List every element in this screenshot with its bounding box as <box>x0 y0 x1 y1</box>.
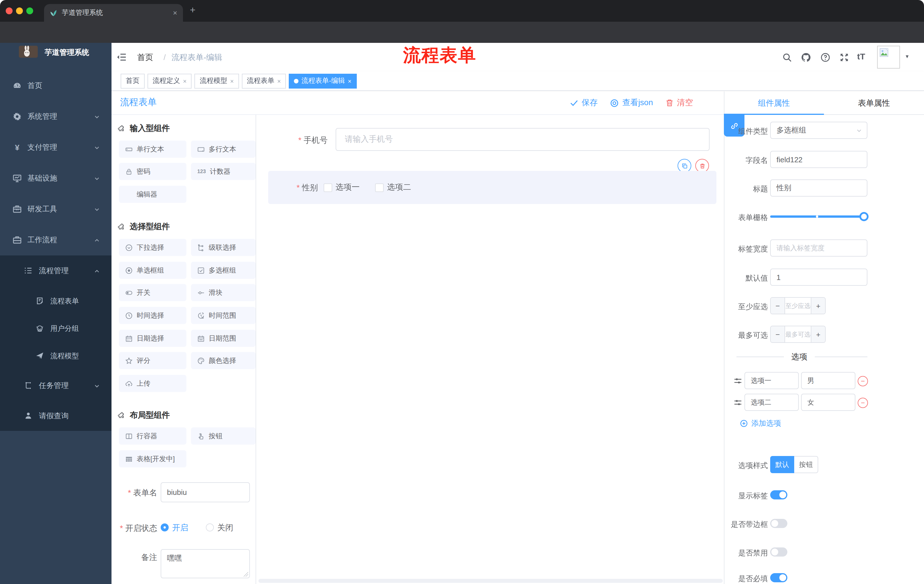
border-switch[interactable] <box>770 519 787 528</box>
component-single-text[interactable]: 单行文本 <box>119 141 186 158</box>
status-on-radio[interactable] <box>161 523 169 531</box>
grid-slider-track[interactable] <box>770 216 868 218</box>
tab-component-props[interactable]: 组件属性 <box>724 91 824 115</box>
breadcrumb-home[interactable]: 首页 <box>137 53 153 63</box>
sidebar-item-task-mgmt[interactable]: 任务管理 <box>0 370 112 401</box>
component-date-picker[interactable]: 日期选择 <box>119 330 186 347</box>
show-label-switch[interactable] <box>770 490 787 499</box>
sidebar-item-system[interactable]: 系统管理 <box>0 101 112 132</box>
github-icon[interactable] <box>801 53 811 62</box>
form-name-input[interactable]: biubiu <box>161 482 250 502</box>
horizontal-scrollbar[interactable] <box>259 579 723 583</box>
browser-tab[interactable]: 芋道管理系统 × <box>44 4 183 22</box>
minus-button[interactable]: − <box>771 298 785 314</box>
field-name-input[interactable]: field122 <box>770 151 867 168</box>
tag-close-icon[interactable]: × <box>348 77 351 84</box>
minus-button[interactable]: − <box>771 326 785 342</box>
sidebar-item-process-model[interactable]: 流程模型 <box>0 342 112 370</box>
component-button[interactable]: 按钮 <box>191 428 256 444</box>
fullscreen-icon[interactable] <box>839 53 849 62</box>
view-json-button[interactable]: 查看json <box>610 98 653 108</box>
tab-form-props[interactable]: 表单属性 <box>824 91 924 115</box>
component-radio-group[interactable]: 单选框组 <box>119 262 186 279</box>
component-color-picker[interactable]: 颜色选择 <box>191 352 256 369</box>
tag-process-model[interactable]: 流程模型× <box>195 73 239 88</box>
gender-option2-label[interactable]: 选项二 <box>387 182 411 192</box>
help-icon[interactable] <box>820 53 830 62</box>
traffic-minimize-button[interactable] <box>16 7 23 14</box>
max-placeholder[interactable]: 最多可选 <box>785 326 811 342</box>
component-time-range[interactable]: 时间范围 <box>191 307 256 324</box>
sidebar-item-home[interactable]: 首页 <box>0 70 112 101</box>
tag-close-icon[interactable]: × <box>230 77 234 84</box>
disabled-switch[interactable] <box>770 548 787 556</box>
sidebar-item-user-group[interactable]: 用户分组 <box>0 315 112 342</box>
sidebar-item-workflow[interactable]: 工作流程 <box>0 225 112 255</box>
title-input[interactable]: 性别 <box>770 179 867 197</box>
remove-option2-button[interactable]: − <box>858 398 868 408</box>
component-date-range[interactable]: 日期范围 <box>191 330 256 347</box>
component-switch[interactable]: 开关 <box>119 284 186 301</box>
component-time-picker[interactable]: 时间选择 <box>119 307 186 324</box>
tab-close-icon[interactable]: × <box>173 8 177 17</box>
label-width-input[interactable]: 请输入标签宽度 <box>770 239 867 257</box>
save-button[interactable]: 保存 <box>570 98 598 108</box>
sidebar-item-process-form[interactable]: 流程表单 <box>0 288 112 315</box>
style-button-button[interactable]: 按钮 <box>794 456 818 473</box>
new-tab-button[interactable]: + <box>190 5 196 16</box>
drag-option-icon[interactable] <box>734 377 742 385</box>
search-icon[interactable] <box>782 53 792 62</box>
status-on-label[interactable]: 开启 <box>172 523 188 533</box>
tag-process-definition[interactable]: 流程定义× <box>147 73 192 88</box>
avatar-caret-icon[interactable]: ▾ <box>906 53 909 59</box>
option2-value-input[interactable]: 女 <box>801 394 855 411</box>
component-password[interactable]: 密码 <box>119 163 186 180</box>
component-row-container[interactable]: 行容器 <box>119 428 186 444</box>
tag-process-form[interactable]: 流程表单× <box>242 73 286 88</box>
tag-close-icon[interactable]: × <box>183 77 187 84</box>
grid-slider-handle[interactable] <box>860 212 868 221</box>
component-upload[interactable]: 上传 <box>119 375 186 392</box>
delete-component-button[interactable] <box>695 159 709 173</box>
sidebar-item-process-mgmt[interactable]: 流程管理 <box>0 255 112 286</box>
component-multi-text[interactable]: 多行文本 <box>191 141 256 158</box>
remark-textarea[interactable]: 嘿嘿 <box>161 549 250 578</box>
tag-process-form-edit[interactable]: 流程表单-编辑× <box>289 73 357 88</box>
phone-input[interactable]: 请输入手机号 <box>336 128 710 151</box>
option1-label-input[interactable]: 选项一 <box>744 372 799 389</box>
avatar[interactable] <box>877 46 900 69</box>
component-cascader[interactable]: 级联选择 <box>191 239 256 256</box>
component-select[interactable]: 下拉选择 <box>119 239 186 256</box>
tag-close-icon[interactable]: × <box>277 77 281 84</box>
add-option-button[interactable]: 添加选项 <box>740 418 781 429</box>
plus-button[interactable]: + <box>811 326 825 342</box>
required-switch[interactable] <box>770 573 787 582</box>
component-checkbox-group[interactable]: 多选框组 <box>191 262 256 279</box>
option1-value-input[interactable]: 男 <box>801 372 855 389</box>
gender-option2-checkbox[interactable] <box>375 183 384 192</box>
drag-option-icon[interactable] <box>734 398 742 407</box>
sidebar-item-devtools[interactable]: 研发工具 <box>0 194 112 225</box>
resize-grip[interactable] <box>244 572 248 577</box>
plus-button[interactable]: + <box>811 298 825 314</box>
gender-option1-label[interactable]: 选项一 <box>336 182 360 192</box>
sidebar-item-infra[interactable]: 基础设施 <box>0 163 112 194</box>
component-table-dev[interactable]: 表格[开发中] <box>119 450 186 467</box>
component-slider[interactable]: 滑块 <box>191 284 256 301</box>
option2-label-input[interactable]: 选项二 <box>744 394 799 411</box>
sidebar-item-payment[interactable]: ¥ 支付管理 <box>0 132 112 163</box>
gender-option1-checkbox[interactable] <box>323 183 332 192</box>
component-type-select[interactable]: 多选框组 <box>770 122 867 139</box>
component-rate[interactable]: 评分 <box>119 352 186 369</box>
tag-home[interactable]: 首页 <box>120 73 145 88</box>
font-size-icon[interactable]: tT <box>857 51 865 61</box>
hamburger-icon[interactable] <box>117 53 126 62</box>
sidebar-item-leave-query[interactable]: 请假查询 <box>0 401 112 431</box>
traffic-zoom-button[interactable] <box>26 7 33 14</box>
default-value-input[interactable]: 1 <box>770 268 867 286</box>
traffic-close-button[interactable] <box>6 7 13 14</box>
min-placeholder[interactable]: 至少应选 <box>785 298 811 314</box>
status-off-label[interactable]: 关闭 <box>217 523 233 533</box>
copy-component-button[interactable] <box>678 159 691 173</box>
style-default-button[interactable]: 默认 <box>770 456 794 473</box>
